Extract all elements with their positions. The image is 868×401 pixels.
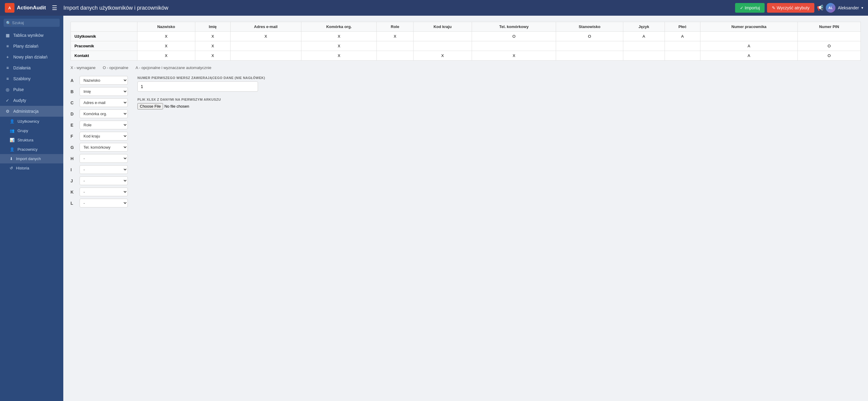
sidebar-sub-label: Pracownicy xyxy=(18,147,37,152)
col-letter-g: G xyxy=(70,145,76,150)
column-row-e: E Role - xyxy=(70,121,128,129)
user-name: Aleksander xyxy=(838,5,859,10)
sidebar-sub-item-historia[interactable]: ↺ Historia xyxy=(0,163,63,173)
row-number-input[interactable] xyxy=(137,82,258,92)
sidebar-item-label: Nowy plan działań xyxy=(13,55,48,59)
cell xyxy=(413,32,472,41)
table-header-row: Nazwisko Imię Adres e-mail Komórka org. … xyxy=(71,22,861,32)
col-select-g[interactable]: Tel. komórkowy - xyxy=(80,143,128,152)
cell xyxy=(230,41,301,51)
sidebar-item-dzialania[interactable]: ≡ Działania xyxy=(0,62,63,73)
col-select-k[interactable]: - Nazwisko xyxy=(80,188,128,196)
sidebar-item-label: Audyty xyxy=(13,98,26,103)
info-table: Nazwisko Imię Adres e-mail Komórka org. … xyxy=(70,22,861,61)
cell xyxy=(377,51,413,61)
col-select-j[interactable]: - Nazwisko xyxy=(80,176,128,185)
file-input-area xyxy=(137,103,265,110)
col-select-l[interactable]: - Nazwisko xyxy=(80,199,128,208)
column-row-b: B Imię - Nazwisko Adres e-mail xyxy=(70,87,128,96)
legend-x: X - wymagane xyxy=(70,65,96,70)
user-chevron-icon[interactable]: ▾ xyxy=(861,6,863,10)
legend-o: O - opcjonalne xyxy=(103,65,128,70)
col-letter-j: J xyxy=(70,179,76,183)
column-row-j: J - Nazwisko xyxy=(70,176,128,185)
row-label-pracownik: Pracownik xyxy=(71,41,137,51)
col-letter-e: E xyxy=(70,123,76,127)
col-header-kodkraju: Kod kraju xyxy=(413,22,472,32)
col-header-imie: Imię xyxy=(195,22,230,32)
file-upload-label: PLIK XLSX Z DANYMI NA PIERWSZYM ARKUSZU xyxy=(137,98,265,101)
cell xyxy=(798,32,861,41)
search-icon: 🔍 xyxy=(6,21,11,25)
sidebar-item-tablica[interactable]: ▦ Tablica wyników xyxy=(0,30,63,41)
sidebar-item-administracja[interactable]: ⚙ Administracja xyxy=(0,106,63,117)
sidebar-sub-item-grupy[interactable]: 👥 Grupy xyxy=(0,126,63,135)
search-input[interactable] xyxy=(4,19,60,27)
column-row-c: C Adres e-mail - Nazwisko xyxy=(70,98,128,107)
row-label-kontakt: Kontakt xyxy=(71,51,137,61)
cell: X xyxy=(137,32,195,41)
notification-icon[interactable]: 📢 xyxy=(817,4,824,11)
sidebar-item-audyty[interactable]: ✓ Audyty xyxy=(0,95,63,106)
cell: X xyxy=(195,51,230,61)
sidebar-item-label: Plany działań xyxy=(13,44,38,49)
hamburger-button[interactable]: ☰ xyxy=(50,3,60,13)
cell: O xyxy=(556,32,623,41)
cell: X xyxy=(195,32,230,41)
col-header-role: Role xyxy=(377,22,413,32)
cell xyxy=(230,51,301,61)
cell: A xyxy=(700,51,798,61)
col-select-e[interactable]: Role - xyxy=(80,121,128,129)
cell xyxy=(377,41,413,51)
col-select-i[interactable]: - Nazwisko xyxy=(80,165,128,174)
structure-icon: 📊 xyxy=(10,138,14,142)
col-header-email: Adres e-mail xyxy=(230,22,301,32)
cell xyxy=(664,51,700,61)
column-row-g: G Tel. komórkowy - xyxy=(70,143,128,152)
header-actions: ✓ Importuj ✎ Wyczyść atrybuty 📢 AL Aleks… xyxy=(735,3,863,13)
sidebar-sub-item-import[interactable]: ⬇ Import danych xyxy=(0,154,63,163)
search-box: 🔍 xyxy=(0,16,63,30)
col-letter-c: C xyxy=(70,100,76,105)
main-content: Nazwisko Imię Adres e-mail Komórka org. … xyxy=(63,16,868,401)
sidebar-sub-item-uzytkownicy[interactable]: 👤 Użytkownicy xyxy=(0,117,63,126)
sidebar-item-pulse[interactable]: ◎ Pulse xyxy=(0,84,63,95)
col-letter-d: D xyxy=(70,112,76,116)
col-select-d[interactable]: Komórka org. - xyxy=(80,110,128,118)
sidebar-sub-item-struktura[interactable]: 📊 Struktura xyxy=(0,135,63,145)
cell: X xyxy=(137,51,195,61)
cell: X xyxy=(413,51,472,61)
sidebar-item-plany[interactable]: ≡ Plany działań xyxy=(0,41,63,52)
col-select-f[interactable]: Kod kraju - xyxy=(80,132,128,141)
file-input[interactable] xyxy=(137,103,212,110)
col-select-b[interactable]: Imię - Nazwisko Adres e-mail xyxy=(80,87,128,96)
import-button[interactable]: ✓ Importuj xyxy=(735,3,765,13)
add-icon: + xyxy=(5,55,10,59)
column-row-f: F Kod kraju - xyxy=(70,132,128,141)
cell xyxy=(413,41,472,51)
col-select-a[interactable]: Nazwisko - Imię Adres e-mail Komórka org… xyxy=(80,76,128,85)
logo-area: A ActionAudit xyxy=(5,3,46,13)
col-header-tel: Tel. komórkowy xyxy=(472,22,556,32)
sidebar-sub-label: Grupy xyxy=(18,128,28,133)
cell: A xyxy=(700,41,798,51)
col-letter-f: F xyxy=(70,134,76,139)
cell: A xyxy=(623,32,664,41)
sidebar-item-nowy-plan[interactable]: + Nowy plan działań xyxy=(0,52,63,62)
sidebar-sub-item-pracownicy[interactable]: 👤 Pracownicy xyxy=(0,145,63,154)
audit-icon: ✓ xyxy=(5,98,10,103)
col-select-h[interactable]: - Nazwisko xyxy=(80,154,128,163)
column-map: A Nazwisko - Imię Adres e-mail Komórka o… xyxy=(70,76,128,208)
clear-button[interactable]: ✎ Wyczyść atrybuty xyxy=(767,3,814,13)
col-letter-b: B xyxy=(70,89,76,94)
cell xyxy=(623,51,664,61)
col-letter-a: A xyxy=(70,78,76,83)
cell xyxy=(472,41,556,51)
cell xyxy=(623,41,664,51)
admin-icon: ⚙ xyxy=(5,109,10,114)
dashboard-icon: ▦ xyxy=(5,33,10,38)
col-select-c[interactable]: Adres e-mail - Nazwisko xyxy=(80,98,128,107)
sidebar-sub-label: Użytkownicy xyxy=(18,119,39,124)
col-header-nazwisko: Nazwisko xyxy=(137,22,195,32)
sidebar-item-szablony[interactable]: ≡ Szablony xyxy=(0,73,63,84)
